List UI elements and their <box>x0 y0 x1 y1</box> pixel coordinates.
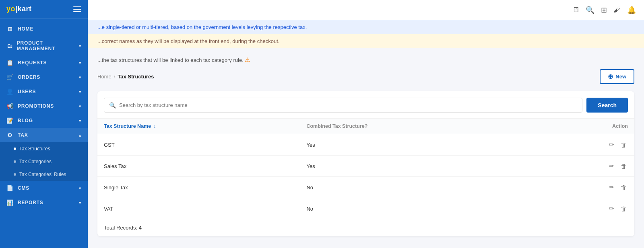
chevron-down-icon: ▾ <box>79 104 81 109</box>
bell-icon[interactable]: 🔔 <box>627 6 636 14</box>
chevron-down-icon: ▾ <box>79 75 81 80</box>
table-row: GST Yes ✏ 🗑 <box>97 134 634 156</box>
sidebar-item-users-label: USERS <box>18 89 36 94</box>
tax-icon: ⚙ <box>6 132 14 138</box>
total-records: Total Records: 4 <box>97 219 634 236</box>
monitor-icon[interactable]: 🖥 <box>572 6 579 14</box>
cell-combined: Yes <box>300 134 531 156</box>
search-button-label: Search <box>598 102 617 109</box>
chevron-down-icon: ▾ <box>79 61 81 65</box>
sidebar: yo|kart ⊞ HOME 🗂 PRODUCT MANAGEMENT ▾ 📋 … <box>0 0 88 248</box>
sidebar-item-promotions[interactable]: 📢 PROMOTIONS ▾ <box>0 99 88 113</box>
edit-button[interactable]: ✏ <box>608 161 615 171</box>
blog-icon: 📝 <box>6 117 14 124</box>
column-action-label: Action <box>612 123 628 129</box>
inactive-dot <box>14 160 16 163</box>
hamburger-icon[interactable] <box>73 6 81 12</box>
table-row: Sales Tax Yes ✏ 🗑 <box>97 156 634 177</box>
edit-button[interactable]: ✏ <box>608 204 615 213</box>
breadcrumb-home[interactable]: Home <box>97 74 111 80</box>
sidebar-item-home[interactable]: ⊞ HOME <box>0 22 88 36</box>
column-combined-label: Combined Tax Structure? <box>306 123 367 129</box>
info-banner-blue-text: ...e single-tiered or multi-tiered, base… <box>97 24 307 30</box>
product-management-icon: 🗂 <box>6 43 13 49</box>
search-input[interactable] <box>119 98 577 112</box>
info-banner-yellow: ...correct names as they will be display… <box>88 34 644 48</box>
chevron-down-icon: ▾ <box>79 44 81 48</box>
sidebar-item-tax-structures[interactable]: Tax Structures <box>0 142 88 155</box>
sidebar-item-tax-categories[interactable]: Tax Categories <box>0 155 88 168</box>
sidebar-item-requests[interactable]: 📋 REQUESTS ▾ <box>0 55 88 70</box>
breadcrumb-current: Tax Structures <box>118 74 154 80</box>
column-action: Action <box>531 119 634 134</box>
sidebar-item-orders-label: ORDERS <box>18 74 40 80</box>
sidebar-item-reports[interactable]: 📊 REPORTS ▾ <box>0 195 88 210</box>
cell-combined: Yes <box>300 156 531 177</box>
sidebar-item-home-label: HOME <box>18 26 33 32</box>
cell-name: GST <box>97 134 300 156</box>
tax-structures-label: Tax Structures <box>19 146 50 152</box>
reports-icon: 📊 <box>6 199 14 206</box>
home-icon: ⊞ <box>6 26 14 32</box>
table-row: Single Tax No ✏ 🗑 <box>97 177 634 198</box>
table-card: 🔍 Search Tax Structure Name ↕ <box>97 91 634 236</box>
sidebar-item-reports-label: REPORTS <box>18 200 43 205</box>
table-row: VAT No ✏ 🗑 <box>97 198 634 219</box>
search-button[interactable]: Search <box>586 98 628 113</box>
orders-icon: 🛒 <box>6 74 14 80</box>
sort-icon: ↕ <box>154 124 156 129</box>
chevron-down-icon: ▾ <box>79 186 81 191</box>
page-header: Home / Tax Structures ⊕ New <box>97 69 634 84</box>
grid-icon[interactable]: ⊞ <box>601 6 607 14</box>
delete-button[interactable]: 🗑 <box>619 204 628 213</box>
sidebar-item-blog-label: BLOG <box>18 118 33 123</box>
cell-action: ✏ 🗑 <box>531 156 634 177</box>
warning-icon: ⚠ <box>245 56 250 63</box>
total-row: Total Records: 4 <box>97 219 634 236</box>
sidebar-item-product-management-label: PRODUCT MANAGEMENT <box>17 40 75 51</box>
sidebar-item-promotions-label: PROMOTIONS <box>18 103 54 109</box>
chevron-down-icon: ▾ <box>79 90 81 94</box>
sidebar-item-tax-categories-rules[interactable]: Tax Categories' Rules <box>0 168 88 181</box>
search-input-wrap: 🔍 <box>104 98 582 113</box>
sidebar-logo: yo|kart <box>0 0 88 18</box>
column-name[interactable]: Tax Structure Name ↕ <box>97 119 300 134</box>
inactive-dot <box>14 173 16 176</box>
edit-button[interactable]: ✏ <box>608 140 615 150</box>
sidebar-item-cms[interactable]: 📄 CMS ▾ <box>0 181 88 195</box>
column-combined: Combined Tax Structure? <box>300 119 531 134</box>
sidebar-item-blog[interactable]: 📝 BLOG ▾ <box>0 113 88 128</box>
breadcrumb: Home / Tax Structures <box>97 74 154 80</box>
main-content: 🖥 🔍 ⊞ 🖌 🔔 ...e single-tiered or multi-ti… <box>88 0 644 248</box>
search-icon[interactable]: 🔍 <box>586 6 594 14</box>
sidebar-item-requests-label: REQUESTS <box>18 60 47 66</box>
tax-sub-nav: Tax Structures Tax Categories Tax Catego… <box>0 142 88 181</box>
plus-circle-icon: ⊕ <box>608 73 613 80</box>
requests-icon: 📋 <box>6 59 14 66</box>
page-area: ...the tax structures that will be linke… <box>88 48 644 248</box>
brush-icon[interactable]: 🖌 <box>613 6 621 14</box>
chevron-up-icon: ▴ <box>79 133 81 137</box>
sidebar-item-orders[interactable]: 🛒 ORDERS ▾ <box>0 70 88 84</box>
cell-action: ✏ 🗑 <box>531 134 634 156</box>
new-button[interactable]: ⊕ New <box>600 69 634 84</box>
sidebar-item-cms-label: CMS <box>18 185 29 191</box>
info-banner-yellow-text: ...correct names as they will be display… <box>97 38 279 44</box>
sidebar-item-users[interactable]: 👤 USERS ▾ <box>0 84 88 99</box>
edit-button[interactable]: ✏ <box>608 182 615 192</box>
delete-button[interactable]: 🗑 <box>619 162 628 171</box>
sidebar-item-product-management[interactable]: 🗂 PRODUCT MANAGEMENT ▾ <box>0 36 88 55</box>
table-header-row: Tax Structure Name ↕ Combined Tax Struct… <box>97 119 634 134</box>
cms-icon: 📄 <box>6 185 14 191</box>
cell-name: Single Tax <box>97 177 300 198</box>
sidebar-item-tax[interactable]: ⚙ TAX ▴ <box>0 128 88 142</box>
delete-button[interactable]: 🗑 <box>619 183 628 192</box>
delete-button[interactable]: 🗑 <box>619 140 628 150</box>
tax-categories-label: Tax Categories <box>19 159 52 164</box>
column-name-label: Tax Structure Name <box>104 123 151 129</box>
active-dot <box>14 148 16 150</box>
cell-action: ✏ 🗑 <box>531 177 634 198</box>
users-icon: 👤 <box>6 88 14 95</box>
data-table: Tax Structure Name ↕ Combined Tax Struct… <box>97 119 634 236</box>
page-warning: ...the tax structures that will be linke… <box>97 56 634 64</box>
